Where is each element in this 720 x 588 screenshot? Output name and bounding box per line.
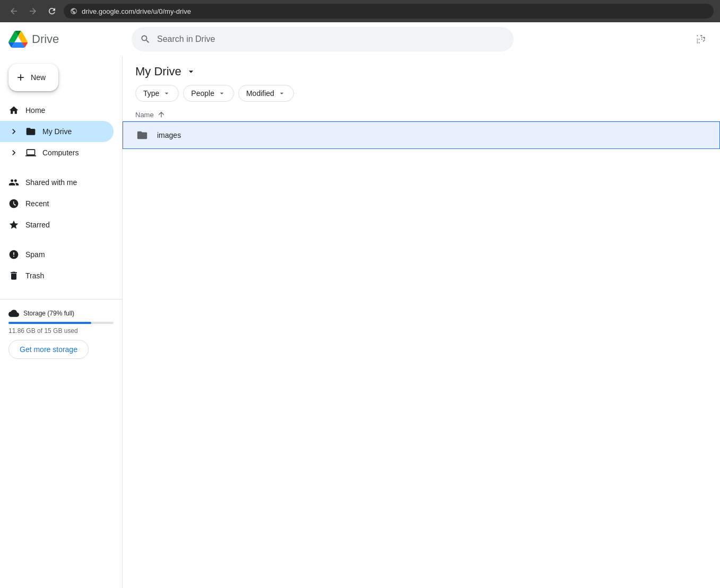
sort-ascending-icon[interactable] bbox=[157, 110, 166, 119]
page-title: My Drive bbox=[135, 65, 181, 78]
sidebar-item-label: Trash bbox=[25, 271, 44, 280]
storage-bar-background bbox=[8, 322, 114, 324]
main-header: My Drive bbox=[123, 56, 720, 85]
expand-icon bbox=[8, 126, 19, 137]
search-placeholder-text: Search in Drive bbox=[157, 34, 505, 44]
sidebar-item-label: Shared with me bbox=[25, 178, 77, 187]
new-button-label: New bbox=[31, 73, 46, 82]
filter-sliders-icon bbox=[696, 34, 706, 45]
app-container: Drive Search in Drive + New Home bbox=[0, 22, 720, 588]
sidebar-item-trash[interactable]: Trash bbox=[0, 265, 114, 286]
type-filter-label: Type bbox=[143, 89, 159, 98]
get-more-storage-button[interactable]: Get more storage bbox=[8, 340, 89, 359]
type-filter-button[interactable]: Type bbox=[135, 85, 179, 102]
table-row[interactable]: images bbox=[123, 121, 720, 149]
app-title: Drive bbox=[32, 32, 59, 46]
sidebar-item-label: Starred bbox=[25, 221, 50, 229]
sidebar-item-label: Home bbox=[25, 106, 45, 115]
my-drive-icon bbox=[25, 126, 36, 137]
browser-chrome: drive.google.com/drive/u/0/my-drive bbox=[0, 0, 720, 22]
home-icon bbox=[8, 105, 19, 116]
modified-filter-button[interactable]: Modified bbox=[238, 85, 294, 102]
sidebar-item-label: Recent bbox=[25, 199, 49, 208]
address-bar[interactable]: drive.google.com/drive/u/0/my-drive bbox=[64, 4, 714, 19]
shared-icon bbox=[8, 177, 19, 188]
main-content: My Drive Type People Modified bbox=[122, 56, 720, 588]
expand-icon bbox=[8, 147, 19, 158]
logo-area: Drive bbox=[8, 30, 125, 49]
storage-label: Storage (79% full) bbox=[8, 308, 114, 319]
chevron-down-icon bbox=[162, 89, 171, 98]
sidebar-item-my-drive[interactable]: My Drive bbox=[0, 121, 114, 142]
column-header-row: Name bbox=[123, 108, 720, 121]
storage-used-text: 11.86 GB of 15 GB used bbox=[8, 327, 114, 335]
sidebar-item-spam[interactable]: Spam bbox=[0, 244, 114, 265]
search-icon bbox=[140, 34, 151, 45]
sidebar-divider bbox=[0, 299, 122, 300]
chevron-down-icon bbox=[218, 89, 226, 98]
nav-spacer-3 bbox=[0, 286, 122, 295]
computers-icon bbox=[25, 147, 36, 158]
name-column-header[interactable]: Name bbox=[135, 111, 154, 119]
trash-icon bbox=[8, 270, 19, 281]
folder-icon bbox=[136, 129, 149, 142]
recent-icon bbox=[8, 198, 19, 209]
drive-logo-icon bbox=[8, 30, 28, 49]
sidebar-item-label: Computers bbox=[42, 148, 79, 157]
chevron-down-icon bbox=[277, 89, 286, 98]
sidebar-item-recent[interactable]: Recent bbox=[0, 193, 114, 214]
filters-row: Type People Modified bbox=[123, 85, 720, 108]
sidebar-item-starred[interactable]: Starred bbox=[0, 214, 114, 235]
sidebar-item-computers[interactable]: Computers bbox=[0, 142, 114, 163]
top-header: Drive Search in Drive bbox=[0, 22, 720, 56]
modified-filter-label: Modified bbox=[246, 89, 274, 98]
starred-icon bbox=[8, 220, 19, 230]
cloud-storage-icon bbox=[8, 308, 19, 319]
nav-spacer-2 bbox=[0, 235, 122, 244]
nav-spacer bbox=[0, 163, 122, 172]
body-layout: + New Home My Drive bbox=[0, 56, 720, 588]
people-filter-button[interactable]: People bbox=[183, 85, 234, 102]
spam-icon bbox=[8, 249, 19, 260]
search-filter-button[interactable] bbox=[690, 29, 712, 50]
sidebar-item-shared-with-me[interactable]: Shared with me bbox=[0, 172, 114, 193]
url-text: drive.google.com/drive/u/0/my-drive bbox=[82, 7, 191, 15]
reload-button[interactable] bbox=[45, 4, 59, 19]
search-bar[interactable]: Search in Drive bbox=[132, 27, 514, 51]
storage-bar-fill bbox=[8, 322, 91, 324]
sidebar-item-label: Spam bbox=[25, 250, 45, 259]
plus-icon: + bbox=[17, 70, 24, 85]
sidebar-item-home[interactable]: Home bbox=[0, 100, 114, 121]
title-dropdown-icon[interactable] bbox=[186, 66, 196, 77]
sidebar-item-label: My Drive bbox=[42, 127, 72, 136]
storage-section: Storage (79% full) 11.86 GB of 15 GB use… bbox=[0, 304, 122, 363]
sidebar: + New Home My Drive bbox=[0, 56, 122, 588]
file-name-label: images bbox=[157, 131, 181, 139]
back-button[interactable] bbox=[6, 4, 21, 19]
new-button[interactable]: + New bbox=[8, 64, 58, 91]
people-filter-label: People bbox=[191, 89, 214, 98]
forward-button[interactable] bbox=[25, 4, 40, 19]
